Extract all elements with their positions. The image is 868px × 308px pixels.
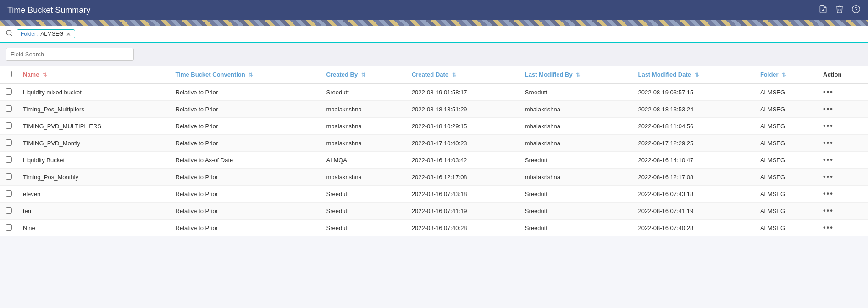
action-menu-button-6[interactable]: ••• <box>823 190 834 198</box>
cell-modified-date-8: 2022-08-16 07:40:28 <box>632 220 754 236</box>
cell-action-6[interactable]: ••• <box>818 186 868 203</box>
action-menu-button-1[interactable]: ••• <box>823 105 834 113</box>
row-checkbox-cell[interactable] <box>0 169 17 186</box>
action-menu-button-2[interactable]: ••• <box>823 122 834 130</box>
search-bar: Folder: ALMSEG ✕ <box>0 26 868 43</box>
cell-convention-5: Relative to Prior <box>170 169 321 186</box>
cell-action-0[interactable]: ••• <box>818 83 868 101</box>
cell-created-date-2: 2022-08-18 10:29:15 <box>406 118 520 135</box>
cell-name-8: Nine <box>17 220 170 236</box>
field-search-input[interactable] <box>6 48 134 61</box>
sort-icon-created-date: ⇅ <box>452 72 456 78</box>
cell-name-3: TIMING_PVD_Montly <box>17 135 170 152</box>
col-header-created-date[interactable]: Created Date ⇅ <box>406 66 520 83</box>
row-checkbox-cell[interactable] <box>0 203 17 220</box>
action-menu-button-0[interactable]: ••• <box>823 88 834 96</box>
row-checkbox-2[interactable] <box>6 122 12 129</box>
table-header-row: Name ⇅ Time Bucket Convention ⇅ Created … <box>0 66 868 83</box>
cell-created-by-0: Sreedutt <box>321 83 406 101</box>
row-checkbox-3[interactable] <box>6 139 12 146</box>
cell-modified-by-1: mbalakrishna <box>520 101 633 118</box>
search-tag-close-icon[interactable]: ✕ <box>66 31 71 37</box>
cell-created-date-0: 2022-08-19 01:58:17 <box>406 83 520 101</box>
sort-icon-convention: ⇅ <box>249 72 253 78</box>
cell-created-by-3: mbalakrishna <box>321 135 406 152</box>
col-header-folder[interactable]: Folder ⇅ <box>755 66 818 83</box>
cell-action-7[interactable]: ••• <box>818 203 868 220</box>
row-checkbox-1[interactable] <box>6 105 12 112</box>
delete-icon[interactable] <box>835 5 844 16</box>
cell-action-4[interactable]: ••• <box>818 152 868 169</box>
svg-point-2 <box>852 5 860 13</box>
cell-modified-date-2: 2022-08-18 11:04:56 <box>632 118 754 135</box>
cell-created-by-4: ALMQA <box>321 152 406 169</box>
page-title: Time Bucket Summary <box>7 6 90 15</box>
col-header-modified-by[interactable]: Last Modified By ⇅ <box>520 66 633 83</box>
cell-folder-8: ALMSEG <box>755 220 818 236</box>
cell-folder-7: ALMSEG <box>755 203 818 220</box>
select-all-cell[interactable] <box>0 66 17 83</box>
col-header-convention[interactable]: Time Bucket Convention ⇅ <box>170 66 321 83</box>
cell-action-5[interactable]: ••• <box>818 169 868 186</box>
cell-convention-1: Relative to Prior <box>170 101 321 118</box>
cell-convention-7: Relative to Prior <box>170 203 321 220</box>
col-header-name[interactable]: Name ⇅ <box>17 66 170 83</box>
cell-action-1[interactable]: ••• <box>818 101 868 118</box>
search-tag-value: ALMSEG <box>40 31 63 37</box>
select-all-checkbox[interactable] <box>6 71 12 77</box>
cell-created-date-8: 2022-08-16 07:40:28 <box>406 220 520 236</box>
cell-modified-date-3: 2022-08-17 12:29:25 <box>632 135 754 152</box>
cell-created-by-1: mbalakrishna <box>321 101 406 118</box>
cell-created-date-1: 2022-08-18 13:51:29 <box>406 101 520 118</box>
cell-modified-by-6: Sreedutt <box>520 186 633 203</box>
row-checkbox-cell[interactable] <box>0 152 17 169</box>
action-menu-button-8[interactable]: ••• <box>823 224 834 231</box>
help-icon[interactable] <box>851 5 861 16</box>
col-header-modified-date[interactable]: Last Modified Date ⇅ <box>632 66 754 83</box>
action-menu-button-3[interactable]: ••• <box>823 139 834 147</box>
row-checkbox-cell[interactable] <box>0 186 17 203</box>
cell-convention-0: Relative to Prior <box>170 83 321 101</box>
row-checkbox-4[interactable] <box>6 156 12 163</box>
action-menu-button-5[interactable]: ••• <box>823 173 834 181</box>
row-checkbox-5[interactable] <box>6 173 12 180</box>
table-row: ten Relative to Prior Sreedutt 2022-08-1… <box>0 203 868 220</box>
cell-action-8[interactable]: ••• <box>818 220 868 236</box>
data-table: Name ⇅ Time Bucket Convention ⇅ Created … <box>0 66 868 236</box>
cell-convention-8: Relative to Prior <box>170 220 321 236</box>
new-document-icon[interactable] <box>818 5 828 16</box>
row-checkbox-cell[interactable] <box>0 135 17 152</box>
cell-name-1: Timing_Pos_Multipliers <box>17 101 170 118</box>
cell-folder-3: ALMSEG <box>755 135 818 152</box>
cell-created-date-7: 2022-08-16 07:41:19 <box>406 203 520 220</box>
cell-folder-4: ALMSEG <box>755 152 818 169</box>
header: Time Bucket Summary <box>0 0 868 20</box>
svg-point-4 <box>6 30 11 35</box>
table-row: Liquidity mixed bucket Relative to Prior… <box>0 83 868 101</box>
search-filter-tag[interactable]: Folder: ALMSEG ✕ <box>17 29 75 38</box>
row-checkbox-7[interactable] <box>6 207 12 214</box>
action-menu-button-7[interactable]: ••• <box>823 207 834 214</box>
row-checkbox-cell[interactable] <box>0 101 17 118</box>
cell-modified-by-3: mbalakrishna <box>520 135 633 152</box>
cell-action-3[interactable]: ••• <box>818 135 868 152</box>
field-search-area <box>0 43 868 66</box>
col-header-action: Action <box>818 66 868 83</box>
cell-name-5: Timing_Pos_Monthly <box>17 169 170 186</box>
row-checkbox-8[interactable] <box>6 224 12 231</box>
action-menu-button-4[interactable]: ••• <box>823 156 834 164</box>
row-checkbox-cell[interactable] <box>0 220 17 236</box>
cell-modified-by-4: Sreedutt <box>520 152 633 169</box>
row-checkbox-cell[interactable] <box>0 118 17 135</box>
table-row: Liquidity Bucket Relative to As-of Date … <box>0 152 868 169</box>
cell-action-2[interactable]: ••• <box>818 118 868 135</box>
cell-modified-by-2: mbalakrishna <box>520 118 633 135</box>
cell-modified-by-8: Sreedutt <box>520 220 633 236</box>
cell-created-by-8: Sreedutt <box>321 220 406 236</box>
row-checkbox-cell[interactable] <box>0 83 17 101</box>
col-header-created-by[interactable]: Created By ⇅ <box>321 66 406 83</box>
row-checkbox-0[interactable] <box>6 88 12 95</box>
cell-created-date-3: 2022-08-17 10:40:23 <box>406 135 520 152</box>
row-checkbox-6[interactable] <box>6 190 12 197</box>
cell-name-7: ten <box>17 203 170 220</box>
